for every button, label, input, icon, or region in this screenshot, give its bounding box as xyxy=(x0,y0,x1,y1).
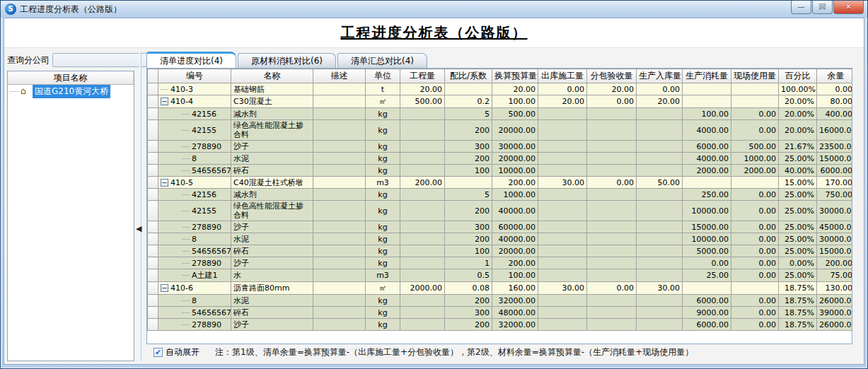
tab-1[interactable]: 原材料消耗对比(6) xyxy=(238,53,336,68)
cell-code: 42156 xyxy=(158,108,231,120)
cell-code: 42155 xyxy=(158,201,231,221)
column-header[interactable]: 编号 xyxy=(158,69,231,83)
table-row[interactable]: 278890沙子kg30060000.0015000.000.0025.00%4… xyxy=(148,221,853,233)
table-row[interactable]: −410-4C30混凝土㎡500.000.2100.0020.000.0020.… xyxy=(148,95,853,108)
table-row[interactable]: −410-5C40混凝土柱式桥墩m3200.00200.0030.000.005… xyxy=(148,177,853,189)
column-header[interactable]: 描述 xyxy=(313,69,366,83)
table-row[interactable]: 42155绿色高性能混凝土掺合料kg20040000.0010000.000.0… xyxy=(148,201,853,221)
cell-prod_use: 4000.00 xyxy=(683,120,731,141)
formula-note: 注：第1级、清单余量=换算预算量-（出库施工量+分包验收量），第2级、材料余量=… xyxy=(215,346,693,358)
cell-remain: 200.00 xyxy=(817,257,853,269)
cell-prod_in xyxy=(637,189,683,201)
column-header[interactable]: 现场使用量 xyxy=(731,69,779,83)
tree-line xyxy=(182,251,190,252)
item-code: 278890 xyxy=(192,320,221,329)
auto-expand-checkbox[interactable]: ✔ xyxy=(154,348,163,357)
table-row[interactable]: 278890沙子kg30030000.006000.00500.0021.67%… xyxy=(148,141,853,153)
cell-prod_use: 6000.00 xyxy=(683,295,731,307)
cell-qty xyxy=(400,257,445,269)
tree-line xyxy=(11,91,19,92)
project-tree: 项目名称 ⌂国道G210黄河大桥 xyxy=(7,71,134,361)
column-header[interactable]: 单位 xyxy=(366,69,400,83)
collapse-toggle-icon[interactable]: − xyxy=(161,284,168,292)
cell-sub_qty xyxy=(587,153,637,165)
tab-bar: 清单进度对比(4)原材料消耗对比(6)清单汇总对比(4) xyxy=(145,51,862,68)
cell-prod_use: 4000.00 xyxy=(683,153,731,165)
cell-code: −410-5 xyxy=(158,177,231,189)
cell-unit: kg xyxy=(366,233,400,245)
collapse-toggle-icon[interactable]: − xyxy=(161,179,168,187)
tree-line xyxy=(161,89,168,90)
column-header[interactable]: 余量 xyxy=(817,69,853,83)
cell-prod_in xyxy=(637,257,683,269)
cell-code: 278890 xyxy=(158,221,231,233)
row-indicator xyxy=(148,282,158,295)
cell-out_qty xyxy=(538,153,587,165)
item-code: 410-3 xyxy=(170,85,193,94)
cell-site_use: 0.00 xyxy=(731,233,779,245)
tab-2[interactable]: 清单汇总对比(4) xyxy=(337,53,427,68)
tree-line xyxy=(182,239,190,240)
cell-site_use: 0.00 xyxy=(731,295,779,307)
cell-budget: 10000.00 xyxy=(492,165,538,177)
cell-prod_in xyxy=(637,141,683,153)
cell-name: 绿色高性能混凝土掺合料 xyxy=(231,201,313,221)
column-header[interactable]: 配比/系数 xyxy=(445,69,492,83)
column-header[interactable]: 出库施工量 xyxy=(538,69,587,83)
row-indicator xyxy=(148,221,158,233)
column-header[interactable]: 工程量 xyxy=(400,69,445,83)
table-row[interactable]: 42156减水剂kg5500.00100.000.0020.00%400.00 xyxy=(148,108,853,120)
cell-sub_qty: 0.00 xyxy=(587,95,637,108)
table-row[interactable]: 54656567碎石kg10010000.002000.002000.0040.… xyxy=(148,165,853,177)
table-row[interactable]: 278890沙子kg20032000.006000.000.0018.75%26… xyxy=(148,319,853,331)
cell-name: 碎石 xyxy=(231,307,313,319)
table-row[interactable]: 410-3基础钢筋t20.0020.000.0020.000.00100.00%… xyxy=(148,83,853,95)
tree-line xyxy=(182,275,190,276)
minimize-button[interactable]: — xyxy=(791,1,811,14)
row-indicator xyxy=(148,177,158,189)
table-row[interactable]: 8水泥kg20032000.006000.000.0018.75%26000.0… xyxy=(148,295,853,307)
column-header[interactable]: 名称 xyxy=(231,69,313,83)
cell-desc xyxy=(313,201,366,221)
cell-qty xyxy=(400,201,445,221)
item-code: 278890 xyxy=(192,142,221,151)
cell-prod_in xyxy=(637,165,683,177)
table-row[interactable]: 278890沙子kg1200.000.000.000.00%200.00 xyxy=(148,257,853,269)
cell-sub_qty: 0.00 xyxy=(587,282,637,295)
tab-0[interactable]: 清单进度对比(4) xyxy=(146,52,236,69)
collapse-panel-icon[interactable]: ◀ xyxy=(136,224,141,233)
column-header[interactable]: 分包验收量 xyxy=(587,69,637,83)
table-row[interactable]: 54656567碎石kg10020000.005000.000.0025.00%… xyxy=(148,245,853,257)
table-row[interactable]: A土建1水m30.5100.0025.000.0025.00%75.00 xyxy=(148,269,853,282)
cell-prod_use: 10000.00 xyxy=(683,233,731,245)
tree-item-label: 国道G210黄河大桥 xyxy=(33,85,110,98)
column-header[interactable]: 换算预算量 xyxy=(492,69,538,83)
cell-site_use: 2000.00 xyxy=(731,165,779,177)
cell-code: 54656567 xyxy=(158,245,231,257)
table-row[interactable]: 42156减水剂kg51000.00250.000.0025.00%750.00 xyxy=(148,189,853,201)
close-button[interactable]: ✕ xyxy=(833,1,864,14)
cell-name: 沙子 xyxy=(231,141,313,153)
cell-budget: 200.00 xyxy=(492,257,538,269)
data-grid: 编号名称描述单位工程量配比/系数换算预算量出库施工量分包验收量生产入库量生产消耗… xyxy=(146,68,852,344)
tree-item-project[interactable]: ⌂国道G210黄河大桥 xyxy=(8,85,134,98)
table-row[interactable]: 8水泥kg20020000.004000.001000.0025.00%1500… xyxy=(148,153,853,165)
panel-splitter[interactable]: ◀ xyxy=(136,51,145,361)
table-row[interactable]: 8水泥kg20040000.0010000.000.0025.00%30000.… xyxy=(148,233,853,245)
item-code: 8 xyxy=(192,154,197,163)
column-header[interactable]: 百分比 xyxy=(779,69,817,83)
column-header[interactable]: 生产入库量 xyxy=(637,69,683,83)
collapse-toggle-icon[interactable]: − xyxy=(161,98,168,105)
cell-name: 碎石 xyxy=(231,245,313,257)
column-header[interactable]: 生产消耗量 xyxy=(683,69,731,83)
cell-remain: 45000.00 xyxy=(817,221,853,233)
cell-out_qty: 30.00 xyxy=(538,282,587,295)
cell-site_use xyxy=(731,282,779,295)
cell-remain: 23500.00 xyxy=(817,141,853,153)
table-row[interactable]: 42155绿色高性能混凝土掺合料kg20020000.004000.000.00… xyxy=(148,120,853,141)
cell-qty xyxy=(400,295,445,307)
table-row[interactable]: −410-6沥青路面80mm㎡2000.000.08160.0030.000.0… xyxy=(148,282,853,295)
maximize-button[interactable]: 回 xyxy=(812,1,833,14)
project-tree-header: 项目名称 xyxy=(8,71,134,85)
table-row[interactable]: 54656567碎石kg30048000.009000.000.0018.75%… xyxy=(148,307,853,319)
